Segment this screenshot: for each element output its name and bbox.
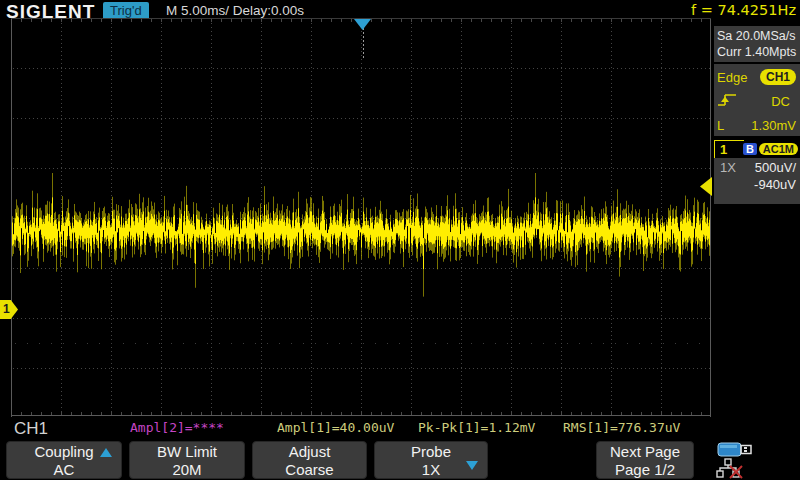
softkey-label: Next Page [597, 443, 693, 461]
probe-attenuation: 1X [720, 160, 736, 175]
lan-disconnected-icon [716, 458, 754, 480]
softkey-coupling[interactable]: Coupling AC [6, 441, 122, 479]
waveform-display[interactable] [11, 18, 711, 417]
trigger-type: Edge [717, 70, 747, 85]
timebase-readout[interactable]: M 5.00ms/ Delay:0.00s [166, 3, 304, 18]
softkey-next-page[interactable]: Next Page Page 1/2 [596, 441, 694, 479]
oscilloscope-screen: SIGLENT Trig'd M 5.00ms/ Delay:0.00s f =… [0, 0, 800, 480]
trigger-level-label: L [717, 118, 724, 133]
memory-depth: Curr 1.40Mpts [717, 44, 800, 60]
softkey-adjust[interactable]: Adjust Coarse [252, 441, 367, 479]
softkey-probe[interactable]: Probe 1X [374, 441, 488, 479]
channel-descriptor[interactable]: 1 B AC1M 1X 500uV/ -940uV [714, 140, 800, 204]
trigger-source-badge: CH1 [760, 69, 796, 85]
measurement-ampl1: Ampl[1]=40.00uV [277, 420, 394, 435]
softkey-label: Adjust [253, 443, 366, 461]
softkey-value: 20M [130, 461, 244, 479]
softkey-value: Page 1/2 [597, 461, 693, 479]
vertical-scale: 500uV/ [755, 160, 796, 175]
frequency-counter: f = 74.4251Hz [691, 2, 796, 18]
trigger-panel[interactable]: Edge CH1 DC L 1.30mV [714, 64, 800, 136]
chevron-up-icon [100, 448, 112, 457]
active-channel-label: CH1 [14, 419, 48, 439]
measurement-rms1: RMS[1]=776.37uV [563, 420, 680, 435]
softkey-bw-limit[interactable]: BW Limit 20M [129, 441, 245, 479]
usb-icon [717, 441, 759, 459]
rising-edge-icon [717, 92, 739, 111]
vertical-offset: -940uV [714, 177, 800, 192]
chevron-down-icon [466, 461, 478, 470]
bandwidth-limit-badge: B [743, 143, 757, 155]
sample-rate: Sa 20.0MSa/s [717, 28, 800, 44]
acquisition-panel[interactable]: Sa 20.0MSa/s Curr 1.40Mpts [714, 26, 800, 62]
measurement-ampl2: Ampl[2]=**** [130, 420, 224, 435]
trigger-coupling: DC [771, 94, 796, 109]
channel-tab-outline [714, 140, 744, 158]
measurement-pkpk1: Pk-Pk[1]=1.12mV [418, 420, 535, 435]
softkey-label: Probe [375, 443, 487, 461]
softkey-value: AC [7, 461, 121, 479]
trigger-level-value: 1.30mV [751, 118, 796, 133]
softkey-value: Coarse [253, 461, 366, 479]
status-icon-area [716, 440, 796, 480]
channel-coupling-badge: AC1M [759, 143, 798, 155]
softkey-label: BW Limit [130, 443, 244, 461]
